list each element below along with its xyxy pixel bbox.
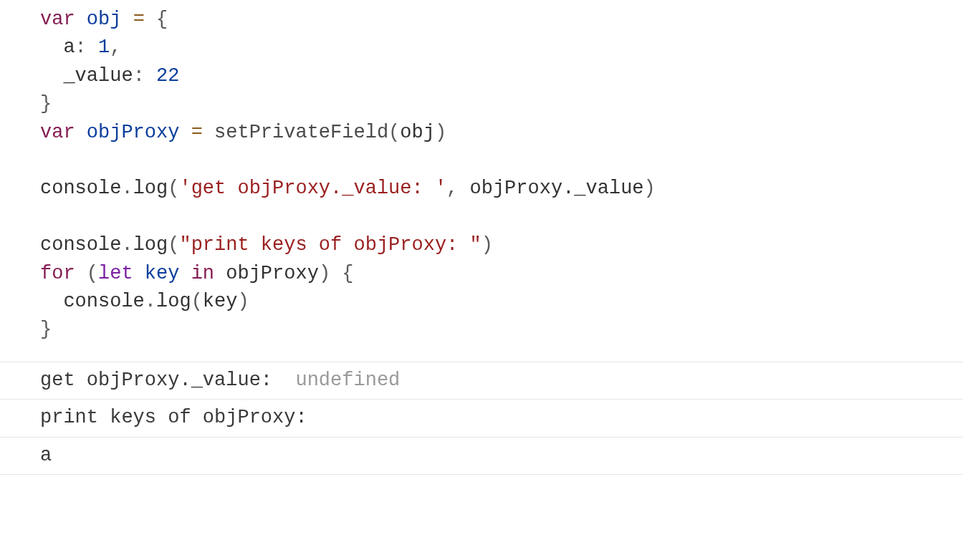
brace-close: } xyxy=(40,93,52,115)
colon: : xyxy=(133,65,145,87)
code-line-9: console.log("print keys of objProxy: ") xyxy=(40,231,963,259)
comma: , xyxy=(110,37,121,58)
prop-key-value: _value xyxy=(63,65,133,87)
console-obj: console xyxy=(40,178,121,199)
arg-key: key xyxy=(203,291,238,312)
console-label: a xyxy=(40,445,52,466)
string-get-value: 'get objProxy._value: ' xyxy=(179,178,446,199)
paren-open: ( xyxy=(388,122,400,143)
code-editor[interactable]: var obj = { a: 1, _value: 22 } var objPr… xyxy=(0,0,963,352)
code-line-1: var obj = { xyxy=(40,6,963,34)
code-line-12: } xyxy=(40,316,963,344)
number-1: 1 xyxy=(98,37,110,58)
code-line-3: _value: 22 xyxy=(40,62,963,90)
indent xyxy=(40,291,63,312)
code-line-10: for (let key in objProxy) { xyxy=(40,260,963,288)
brace-close: } xyxy=(40,319,52,340)
log-fn: log xyxy=(133,178,168,199)
log-fn: log xyxy=(133,234,168,256)
string-print-keys: "print keys of objProxy: " xyxy=(179,234,481,256)
console-value-undefined: undefined xyxy=(295,370,400,391)
dot: . xyxy=(145,291,156,312)
code-line-4: } xyxy=(40,90,963,118)
paren-close: ) xyxy=(481,234,493,256)
paren-close: ) xyxy=(237,291,249,312)
paren-close: ) xyxy=(319,263,330,284)
log-fn: log xyxy=(156,291,191,312)
console-row-3: a xyxy=(0,438,963,475)
code-line-11: console.log(key) xyxy=(40,288,963,316)
paren-open: ( xyxy=(168,234,179,256)
indent xyxy=(40,37,63,58)
equals: = xyxy=(191,122,203,143)
keyword-for: for xyxy=(40,263,75,284)
identifier-obj: obj xyxy=(87,9,122,30)
keyword-let: let xyxy=(98,263,133,284)
code-line-2: a: 1, xyxy=(40,34,963,62)
console-obj: console xyxy=(40,234,121,256)
dot: . xyxy=(121,178,133,199)
expr-objproxy-value: objProxy._value xyxy=(470,178,644,199)
console-label: print keys of objProxy: xyxy=(40,407,319,428)
colon: : xyxy=(75,37,87,58)
identifier-objproxy: objProxy xyxy=(226,263,319,284)
code-line-8-blank xyxy=(40,203,963,231)
paren-open: ( xyxy=(87,263,98,284)
code-line-5: var objProxy = setPrivateField(obj) xyxy=(40,119,963,147)
identifier-key: key xyxy=(145,263,180,284)
comma: , xyxy=(446,178,458,199)
keyword-in: in xyxy=(191,263,214,284)
brace-open: { xyxy=(342,263,353,284)
console-label: get objProxy._value: xyxy=(40,370,295,391)
console-row-2: print keys of objProxy: xyxy=(0,400,963,437)
space xyxy=(458,178,469,199)
console-row-1: get objProxy._value: undefined xyxy=(0,362,963,400)
paren-close: ) xyxy=(435,122,446,143)
code-line-7: console.log('get objProxy._value: ', obj… xyxy=(40,175,963,203)
console-output: get objProxy._value: undefined print key… xyxy=(0,362,963,475)
dot: . xyxy=(121,234,133,256)
indent xyxy=(40,65,63,87)
keyword-var: var xyxy=(40,122,75,143)
call-setprivatefield: setPrivateField xyxy=(214,122,388,143)
brace-open: { xyxy=(156,9,168,30)
prop-key-a: a xyxy=(63,37,75,58)
console-obj: console xyxy=(63,291,144,312)
identifier-objproxy: objProxy xyxy=(87,122,180,143)
number-22: 22 xyxy=(156,65,179,87)
code-line-6-blank xyxy=(40,147,963,175)
paren-close: ) xyxy=(644,178,656,199)
paren-open: ( xyxy=(191,291,203,312)
arg-obj: obj xyxy=(400,122,435,143)
keyword-var: var xyxy=(40,9,75,30)
equals: = xyxy=(133,9,145,30)
paren-open: ( xyxy=(168,178,179,199)
